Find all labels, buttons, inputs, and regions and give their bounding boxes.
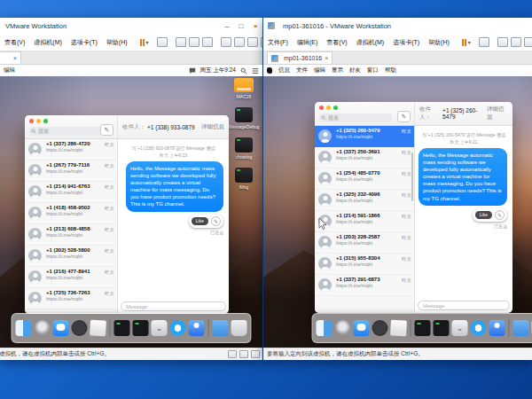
snapshot-manager-icon[interactable]	[202, 37, 213, 47]
close-button[interactable]: ×	[248, 19, 262, 33]
unity-icon[interactable]	[261, 37, 262, 47]
menu-view[interactable]: 查看(V)	[322, 38, 351, 47]
menu-tabs[interactable]: 选项卡(T)	[388, 38, 424, 47]
archive-utility-icon[interactable]: ⌄	[452, 320, 468, 336]
handwriting-icon[interactable]: ✎	[495, 210, 505, 220]
mac-menu-window[interactable]: 窗口	[367, 66, 379, 74]
scrollbar[interactable]	[411, 153, 413, 201]
conversation-row[interactable]: 昨天+1 (302) 528-5800https://t.me/mqbt	[25, 246, 117, 267]
snapshot-revert-icon[interactable]	[511, 37, 521, 47]
suspend-dropdown-icon[interactable]: ▾	[146, 39, 149, 45]
message-input[interactable]	[418, 301, 510, 310]
conversation-row[interactable]: 昨天+1 (254) 485-0770https://t.me/mqbt	[315, 168, 414, 190]
notification-center-icon[interactable]	[252, 67, 259, 74]
conversation-row[interactable]: 昨天+1 (214) 591-1866https://t.me/mqbt	[315, 211, 414, 232]
conversation-row[interactable]: 昨天+1 (337) 291-6873https://t.me/mqbt	[315, 275, 414, 296]
contacts-icon[interactable]	[189, 320, 205, 336]
text-document-icon[interactable]	[390, 320, 407, 337]
terminal-icon[interactable]	[133, 320, 149, 336]
search-input[interactable]	[36, 128, 100, 135]
traffic-lights[interactable]	[29, 119, 48, 123]
display-status-icon[interactable]	[251, 350, 260, 358]
text-document-icon[interactable]	[90, 320, 106, 337]
desktop-icon-disk[interactable]: MAC26	[234, 78, 254, 99]
terminal-icon[interactable]	[114, 320, 130, 336]
sent-message-bubble[interactable]: Hello, the Message automatic mass sendin…	[419, 148, 507, 206]
titlebar[interactable]: VMware Workstation – □ ×	[0, 18, 262, 34]
mac-menu-view[interactable]: 显示	[332, 66, 343, 74]
finder-icon[interactable]	[317, 320, 332, 336]
compose-button[interactable]: ✎	[397, 111, 411, 122]
snapshot-take-icon[interactable]	[176, 37, 186, 47]
conversation-row[interactable]: 昨天+1 (725) 736-7263https://t.me/mqbt	[25, 288, 117, 309]
vm-screen[interactable]: 编辑 周五 上午9:24 MAC26 MessageDebug chowlog	[0, 65, 262, 348]
desktop-icon-imsg[interactable]: iMsg	[235, 168, 253, 190]
like-suggestion-button[interactable]: Like	[192, 217, 208, 225]
menu-help[interactable]: 帮助(H)	[424, 38, 454, 47]
snapshot-revert-icon[interactable]	[189, 37, 200, 47]
launchpad-icon[interactable]	[335, 320, 351, 336]
handwriting-icon[interactable]: ✎	[211, 216, 221, 226]
apple-menu-icon[interactable]	[267, 67, 272, 74]
trash-icon[interactable]	[231, 320, 247, 336]
conversation-row[interactable]: 昨天+1 (216) 477-8941https://t.me/mqbt	[25, 267, 117, 288]
downloads-folder-icon[interactable]	[513, 320, 529, 336]
vm-tab[interactable]: mp01-361016 ×	[267, 51, 332, 64]
spotlight-search-icon[interactable]	[240, 67, 247, 74]
show-thumbnails-icon[interactable]	[234, 37, 245, 47]
safari-icon[interactable]	[170, 320, 186, 336]
tab-close-icon[interactable]: ×	[13, 55, 17, 61]
mac-menu-file[interactable]: 文件	[296, 66, 308, 74]
mac-menu-help[interactable]: 帮助	[385, 66, 396, 74]
desktop-icon-chowlog[interactable]: chowlog	[235, 137, 253, 160]
menu-vm[interactable]: 虚拟机(M)	[352, 38, 389, 47]
conversation-row[interactable]: 昨天+1 (337) 250-3691https://t.me/mqbt	[315, 147, 414, 168]
conversation-row[interactable]: 昨天+1 (203) 228-2587https://t.me/mqbt	[315, 232, 414, 254]
mac-menu-edit[interactable]: 编辑	[4, 66, 15, 74]
details-link[interactable]: 详细信息	[487, 106, 508, 121]
tab-close-icon[interactable]: ×	[325, 55, 328, 61]
show-library-icon[interactable]	[221, 37, 231, 47]
conversation-row[interactable]: 昨天+1 (337) 286-4720https://t.me/mqbt	[25, 139, 117, 160]
minimize-traffic-light[interactable]	[36, 119, 41, 123]
menu-file[interactable]: 文件(F)	[263, 38, 293, 47]
search-field[interactable]	[319, 113, 392, 122]
message-input[interactable]	[121, 301, 226, 311]
close-traffic-light[interactable]	[29, 119, 34, 123]
like-suggestion-button[interactable]: Like	[475, 211, 492, 219]
menu-vm[interactable]: 虚拟机(M)	[29, 38, 66, 47]
desktop-icon-messagedebug[interactable]: MessageDebug	[228, 107, 259, 129]
messages-icon[interactable]	[53, 320, 69, 336]
ctrl-alt-del-icon[interactable]	[157, 37, 168, 47]
mac-menu-edit[interactable]: 编辑	[314, 66, 325, 74]
conversation-row[interactable]: 昨天+1 (325) 232-4096https://t.me/mqbt	[315, 190, 414, 211]
terminal-icon[interactable]	[434, 320, 450, 336]
network-status-icon[interactable]	[239, 350, 248, 358]
ctrl-alt-del-icon[interactable]	[479, 37, 489, 47]
messages-icon[interactable]	[354, 320, 370, 336]
launchpad-icon[interactable]	[35, 320, 51, 336]
maximize-button[interactable]: □	[234, 19, 248, 33]
vm-screen[interactable]: 信息 文件 编辑 显示 好友 窗口 帮助 ✎	[263, 65, 532, 348]
suspend-button[interactable]	[462, 39, 466, 46]
conversation-row[interactable]: 昨天+1 (213) 608-4858https://t.me/mqbt	[25, 224, 117, 246]
minimize-traffic-light[interactable]	[326, 106, 331, 110]
conversation-row[interactable]: 昨天+1 (418) 458-9502https://t.me/mqbt	[25, 203, 117, 224]
search-input[interactable]	[326, 114, 390, 121]
suspend-button[interactable]	[140, 39, 145, 46]
finder-icon[interactable]	[16, 320, 32, 336]
conversation-row[interactable]: 昨天+1 (214) 941-6763https://t.me/mqbt	[25, 182, 117, 203]
conversation-row-selected[interactable]: 昨天+1 (325) 260-5479https://t.me/mqbt	[315, 126, 414, 147]
archive-utility-icon[interactable]: ⌄	[152, 320, 168, 336]
mac-menu-messages[interactable]: 信息	[278, 66, 290, 74]
suspend-dropdown-icon[interactable]: ▾	[468, 39, 471, 45]
snapshot-manager-icon[interactable]	[524, 37, 532, 47]
minimize-button[interactable]: –	[220, 19, 234, 33]
compose-button[interactable]: ✎	[100, 124, 113, 136]
mac-menu-buddies[interactable]: 好友	[349, 66, 361, 74]
zoom-traffic-light[interactable]	[333, 106, 338, 110]
contacts-icon[interactable]	[489, 320, 505, 336]
menu-tabs[interactable]: 选项卡(T)	[66, 38, 102, 47]
menu-view[interactable]: 查看(V)	[0, 38, 29, 47]
search-field[interactable]	[29, 127, 102, 136]
